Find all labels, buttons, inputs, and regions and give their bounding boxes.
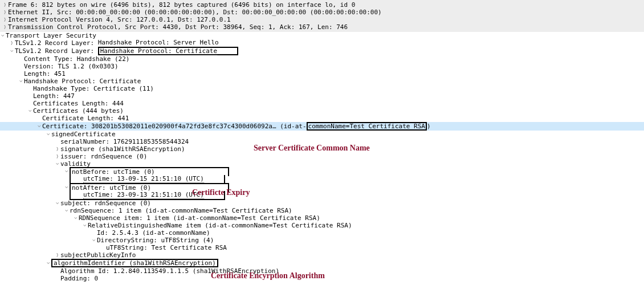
chevron-right-icon[interactable] [55,146,60,152]
signed-cert-label: signedCertificate [51,131,116,139]
chevron-down-icon[interactable] [91,237,97,243]
frame-summary: Frame 6: 812 bytes on wire (6496 bits), … [8,1,355,9]
rdn-rel: RelativeDistinguishedName item (id-at-co… [88,222,352,230]
chevron-down-icon[interactable] [64,168,70,174]
cert-suffix: ) [427,123,431,131]
rdn-id: Id: 2.5.4.3 (id-at-commonName) [97,229,210,237]
chevron-down-icon[interactable] [55,161,60,167]
annotation-expiry: Certificte Expiry [192,188,250,198]
ip-summary: Internet Protocol Version 4, Src: 127.0.… [8,16,231,24]
tls-rec1-link: Handshake Protocol: Server Hello [98,39,219,47]
signed-cert-row[interactable]: signedCertificate [0,131,644,138]
frame-row[interactable]: Frame 6: 812 bytes on wire (6496 bits), … [2,1,642,9]
dirstring: DirectoryString: uTF8String (4) [97,237,214,245]
utf8: uTF8String: Test Certificate RSA [106,244,227,252]
chevron-right-icon[interactable] [55,252,60,258]
handshake-label: Handshake Protocol: Certificate [24,78,141,86]
common-name-box: commonName=Test Certificate RSA [307,122,427,131]
tls-version: Version: TLS 1.2 (0x0303) [24,63,119,71]
tcp-summary: Transmission Control Protocol, Src Port:… [8,23,348,31]
handshake-type-row[interactable]: Handshake Type: Certificate (11) [0,85,644,92]
rdn-id-row[interactable]: Id: 2.5.4.3 (id-at-commonName) [0,229,644,237]
cert-length-row[interactable]: Certificate Length: 441 [0,115,644,122]
notafter-utc-row[interactable]: utcTime: 23-09-13 21:51:10 (UTC) [0,192,644,200]
subject: subject: rdnSequence (0) [60,200,151,208]
chevron-down-icon[interactable] [36,123,42,129]
header-rows: Frame 6: 812 bytes on wire (6496 bits), … [0,0,644,32]
ip-row[interactable]: Internet Protocol Version 4, Src: 127.0.… [2,16,642,23]
certs-row[interactable]: Certificates (444 bytes) [0,107,644,115]
algid: algorithmIdentifier (sha1WithRSAEncrypti… [54,259,216,267]
notbefore-row[interactable]: notBefore: utcTime (0) [0,168,644,176]
tls-row[interactable]: Transport Layer Security [0,32,644,39]
tls-length-row[interactable]: Length: 451 [0,70,644,78]
chevron-down-icon[interactable] [46,260,51,266]
tls-rec1-prefix: TLSv1.2 Record Layer: [15,39,98,47]
tcp-row[interactable]: Transmission Control Protocol, Src Port:… [2,23,642,31]
validity-row[interactable]: validity [0,160,644,168]
chevron-down-icon[interactable] [73,215,79,221]
utf8-row[interactable]: uTF8String: Test Certificate RSA [0,244,644,251]
signature: signature (sha1WithRSAEncryption) [60,145,185,153]
ethernet-row[interactable]: Ethernet II, Src: 00:00:00_00:00:00 (00:… [2,9,642,16]
chevron-right-icon[interactable] [9,40,15,46]
cert-cn: commonName=Test Certificate RSA [308,123,425,130]
content-type-row[interactable]: Content Type: Handshake (22) [0,55,644,63]
subject-row[interactable]: subject: rdnSequence (0) [0,200,644,207]
issuer: issuer: rdnSequence (0) [60,153,147,161]
spki-row[interactable]: subjectPublicKeyInfo [0,251,644,259]
chevron-down-icon[interactable] [27,108,33,114]
cert-prefix: Certificate: 308201b53082011e020900f4a72… [42,123,307,131]
rdnseq-row[interactable]: rdnSequence: 1 item (id-at-commonName=Te… [0,207,644,214]
serial: serialNumber: 17629111853558544324 [60,138,189,146]
notafter-row[interactable]: notAfter: utcTime (0) [0,184,644,192]
certs-label: Certificates (444 bytes) [33,107,124,115]
tls-label: Transport Layer Security [6,32,96,40]
rdnitem-row[interactable]: RDNSequence item: 1 item (id-at-commonNa… [0,214,644,222]
chevron-right-icon[interactable] [2,2,8,8]
handshake-cert-box: Handshake Protocol: Certificate [98,47,238,55]
cert-length: Certificate Length: 441 [42,115,129,123]
notafter-utc: utcTime: 23-09-13 21:51:10 (UTC) [83,191,204,199]
chevron-down-icon[interactable] [82,222,88,229]
handshake-row[interactable]: Handshake Protocol: Certificate [0,78,644,85]
chevron-down-icon[interactable] [0,32,6,39]
chevron-right-icon[interactable] [2,9,8,15]
issuer-row[interactable]: issuer: rdnSequence (0) [0,153,644,160]
annotation-algorithm: Certificate Encyrption Algorithm [211,271,325,281]
content-type: Content Type: Handshake (22) [24,55,129,63]
handshake-type: Handshake Type: Certificate (11) [33,85,154,93]
certs-length-row[interactable]: Certificates Length: 444 [0,100,644,107]
chevron-down-icon[interactable] [18,78,24,84]
notbefore-utc: utcTime: 13-09-15 21:51:10 (UTC) [83,175,204,183]
algid-row[interactable]: algorithmIdentifier (sha1WithRSAEncrypti… [0,259,644,267]
rdnseq: rdnSequence: 1 item (id-at-commonName=Te… [70,207,292,215]
tls-rec2-row[interactable]: TLSv1.2 Record Layer: Handshake Protocol… [0,47,644,55]
chevron-down-icon[interactable] [55,200,60,206]
certificate-row[interactable]: Certificate: 308201b53082011e020900f4a72… [0,122,644,131]
tls-rec1-row[interactable]: TLSv1.2 Record Layer: Handshake Protocol… [0,39,644,47]
tls-length: Length: 451 [24,70,66,78]
spki: subjectPublicKeyInfo [60,251,136,259]
algorithm-box: algorithmIdentifier (sha1WithRSAEncrypti… [51,259,218,267]
chevron-down-icon[interactable] [46,131,51,137]
packet-details-panel: Frame 6: 812 bytes on wire (6496 bits), … [0,0,644,282]
ethernet-summary: Ethernet II, Src: 00:00:00_00:00:00 (00:… [8,9,382,17]
notbefore-utc-row[interactable]: utcTime: 13-09-15 21:51:10 (UTC) [0,176,644,184]
chevron-right-icon[interactable] [2,24,8,30]
rdn-rel-row[interactable]: RelativeDistinguishedName item (id-at-co… [0,222,644,229]
handshake-length: Length: 447 [33,92,75,100]
tls-rec2-prefix: TLSv1.2 Record Layer: [15,47,98,55]
dirstring-row[interactable]: DirectoryString: uTF8String (4) [0,237,644,244]
tls-rec2-text: Handshake Protocol: Certificate [100,47,217,55]
annotation-common-name: Server Certificate Common Name [254,143,370,153]
chevron-down-icon[interactable] [64,208,70,214]
chevron-down-icon[interactable] [64,184,70,190]
tls-version-row[interactable]: Version: TLS 1.2 (0x0303) [0,63,644,70]
chevron-right-icon[interactable] [2,17,8,23]
handshake-length-row[interactable]: Length: 447 [0,92,644,100]
chevron-down-icon[interactable] [9,48,15,54]
chevron-right-icon[interactable] [55,153,60,160]
certs-length: Certificates Length: 444 [33,100,124,108]
padding: Padding: 0 [60,275,98,283]
